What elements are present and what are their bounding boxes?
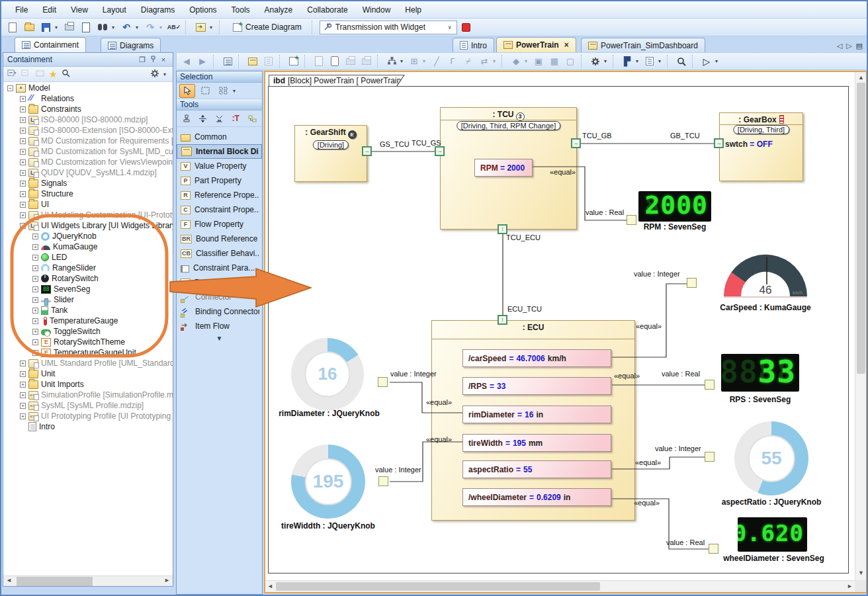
widget-aspect-knob[interactable]: 55: [734, 421, 808, 495]
tree-item-uml[interactable]: +UML Standard Profile [UML_Standard_P: [3, 358, 173, 368]
menu-file[interactable]: File: [8, 3, 35, 17]
tree-item-intro[interactable]: Intro: [3, 421, 173, 432]
expand-expander-icon[interactable]: +: [20, 159, 26, 165]
structure-tool-button[interactable]: [245, 112, 259, 126]
tree-item-ui[interactable]: +UI Modeling Customization [UI-Prototy: [3, 210, 173, 220]
expand-expander-icon[interactable]: +: [32, 255, 38, 261]
scrollbar-thumb[interactable]: [857, 83, 865, 374]
tab-diagrams[interactable]: Diagrams: [101, 38, 161, 52]
show-in-tree-button[interactable]: [220, 54, 235, 68]
collapse-selected-icon[interactable]: [21, 69, 31, 79]
diagram-canvas[interactable]: ibd [Block] PowerTrain [ PowerTrain ] : …: [265, 72, 855, 580]
block-gearbox[interactable]: : GearBox [Driving, Third] swtch = OFF: [719, 112, 803, 181]
port-aspect-knob-value[interactable]: [705, 452, 715, 462]
port-gearbox-gb-tcu[interactable]: →: [714, 138, 724, 148]
tab-powertrain[interactable]: PowerTrain ×: [496, 37, 576, 52]
scroll-left-icon[interactable]: ◄: [267, 583, 273, 589]
menu-edit[interactable]: Edit: [35, 3, 64, 17]
windows-menu-caret[interactable]: ▾: [636, 58, 641, 64]
palette-item-item-flow[interactable]: Item Flow: [177, 319, 262, 333]
swap-ends-button[interactable]: ⇄: [477, 54, 492, 68]
selection-section-header[interactable]: Selection: [177, 71, 262, 83]
tab-dashboard[interactable]: PowerTrain_SimDashboard: [581, 38, 705, 52]
new-project-button[interactable]: [5, 21, 20, 34]
palette-item-binding-connector[interactable]: Binding Connector: [177, 304, 262, 319]
multi-select-button[interactable]: [215, 84, 231, 98]
palette-item-value-property[interactable]: VValue Property: [177, 159, 262, 173]
widget-carspeed-kumagauge[interactable]: 46 km/h: [722, 251, 808, 302]
marquee-select-button[interactable]: [197, 84, 213, 98]
delete-button[interactable]: [343, 54, 358, 68]
tree-item-temperaturegauge[interactable]: +TemperatureGauge: [3, 316, 173, 326]
tree-item-sevenseg[interactable]: +SevenSeg: [3, 284, 173, 294]
expand-expander-icon[interactable]: +: [20, 403, 26, 409]
ecu-value-tirewidth[interactable]: tireWidth=195mm: [462, 434, 611, 452]
port-gearshift-gs-tcu[interactable]: →: [362, 146, 372, 156]
diagram-options-button[interactable]: [588, 54, 603, 68]
tree-item-toggleswitch[interactable]: +ToggleSwitch: [3, 326, 173, 337]
print-button[interactable]: [62, 21, 77, 34]
scroll-right-icon[interactable]: ►: [847, 583, 853, 589]
simulation-config-combo[interactable]: Transmission with Widget ∨: [320, 21, 457, 34]
legend-menu-caret[interactable]: ▾: [658, 58, 664, 64]
legend-button[interactable]: [642, 54, 657, 68]
back-button[interactable]: ◀: [179, 54, 194, 68]
menu-options[interactable]: Options: [182, 3, 224, 17]
palette-item-caret[interactable]: ▾: [236, 280, 241, 286]
vertical-center-tool-button[interactable]: [196, 112, 210, 126]
search-icon[interactable]: [62, 69, 70, 79]
options-menu-caret[interactable]: ▾: [604, 58, 609, 64]
collapse-expander-icon[interactable]: −: [20, 223, 26, 229]
copy-button[interactable]: [312, 54, 326, 68]
expand-expander-icon[interactable]: +: [32, 339, 38, 345]
port-tire-knob-value[interactable]: [378, 476, 388, 486]
expand-expander-icon[interactable]: +: [32, 297, 38, 303]
expand-expander-icon[interactable]: +: [20, 392, 26, 398]
collapse-expander-icon[interactable]: −: [7, 85, 13, 91]
print-preview-button[interactable]: [79, 21, 93, 34]
ecu-value-rimdiameter[interactable]: rimDiameter=16in: [462, 405, 611, 423]
palette-more-icon[interactable]: ▼: [177, 335, 262, 347]
scroll-up-icon[interactable]: ▲: [858, 74, 864, 81]
redo-menu-caret[interactable]: ▾: [159, 24, 165, 30]
swimlane-tool-button[interactable]: [212, 112, 227, 126]
close-panel-icon[interactable]: ×: [158, 56, 169, 64]
tree-item-led[interactable]: +LED: [3, 252, 173, 263]
tree-item-structure[interactable]: +Structure: [3, 189, 173, 199]
widget-tire-knob[interactable]: 195: [291, 445, 365, 519]
align-button[interactable]: ⊞: [407, 54, 421, 68]
settings-menu-caret[interactable]: ▾: [163, 71, 169, 77]
tree-item-qudv[interactable]: +QUDV [QUDV_SysML1.4.mdzip]: [3, 167, 173, 178]
widget-rps-sevenseg[interactable]: 8888 33: [721, 354, 799, 392]
expand-expander-icon[interactable]: +: [20, 170, 26, 176]
palette-item-part-property[interactable]: PPart Property: [177, 173, 262, 188]
menu-view[interactable]: View: [64, 3, 95, 17]
shape-style-button[interactable]: ◆: [509, 54, 523, 68]
create-diagram-button[interactable]: Create Diagram: [227, 21, 308, 34]
select-tool-button[interactable]: [179, 84, 195, 98]
spell-check-button[interactable]: AB✓: [167, 21, 181, 34]
tree-item-constraints[interactable]: +Constraints: [3, 104, 173, 114]
open-diagram-icon[interactable]: [35, 69, 45, 79]
tree-item-ui[interactable]: +UI Prototyping Profile [UI Prototyping …: [3, 411, 173, 421]
expand-expander-icon[interactable]: +: [20, 382, 26, 388]
expand-expander-icon[interactable]: +: [20, 128, 26, 134]
layout-hierarchy-button[interactable]: [384, 54, 399, 68]
expand-expander-icon[interactable]: +: [20, 191, 26, 197]
palette-item-constraint-para-[interactable]: Constraint Para...: [177, 261, 262, 275]
scroll-left-icon[interactable]: ◄: [6, 577, 12, 583]
rect-line-button[interactable]: Γ: [445, 54, 460, 68]
pin-panel-icon[interactable]: [148, 56, 158, 64]
line-style-button[interactable]: ╱: [429, 54, 444, 68]
sticky-tool-button[interactable]: [179, 112, 194, 126]
expand-expander-icon[interactable]: +: [32, 276, 38, 282]
port-ecu-ecu-tcu[interactable]: ↕: [498, 315, 507, 325]
tools-section-header[interactable]: Tools: [177, 99, 262, 110]
oblique-line-button[interactable]: ⌿: [461, 54, 476, 68]
settings-gear-icon[interactable]: [150, 69, 159, 80]
collapse-all-icon[interactable]: [7, 69, 17, 79]
tree-item-iso-80000[interactable]: +ISO-80000 [ISO-80000.mdzip]: [3, 114, 173, 125]
menu-collaborate[interactable]: Collaborate: [300, 3, 355, 17]
tree-item-unit[interactable]: +Unit: [3, 368, 173, 379]
tree-item-rangeslider[interactable]: +RangeSlider: [3, 263, 173, 273]
